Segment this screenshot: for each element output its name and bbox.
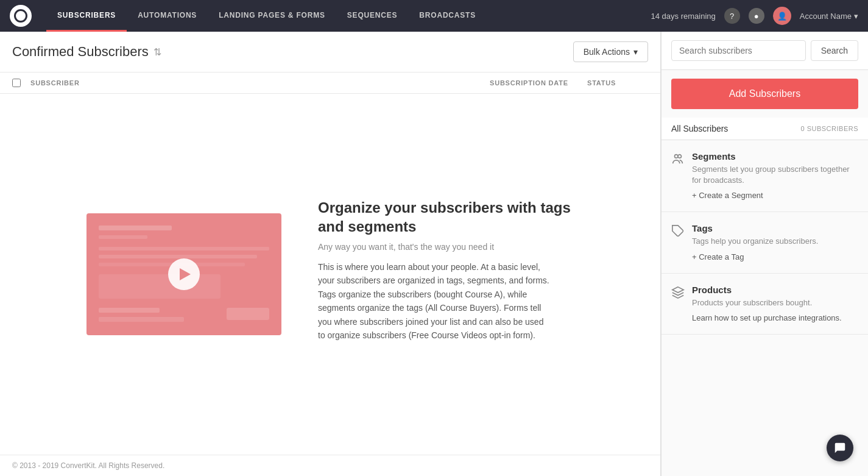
segments-icon (671, 152, 685, 169)
account-name: Account Name (800, 12, 852, 21)
sort-icon[interactable]: ⇅ (153, 46, 161, 58)
nav-right: 14 days remaining ? ● 👤 Account Name ▾ (651, 7, 859, 25)
bulk-actions-label: Bulk Actions (584, 47, 630, 57)
svg-rect-8 (227, 308, 269, 320)
all-subscribers-label: All Subscribers (671, 124, 728, 133)
nav-link-broadcasts[interactable]: BROADCASTS (408, 0, 487, 32)
all-subscribers-bar: All Subscribers 0 SUBSCRIBERS (662, 118, 868, 140)
svg-point-10 (678, 155, 682, 158)
products-icon (671, 286, 685, 302)
svg-rect-5 (99, 274, 221, 299)
page-title-area: Confirmed Subscribers ⇅ (12, 44, 566, 60)
tags-content: Tags Tags help you organize subscribers.… (692, 223, 818, 261)
search-button[interactable]: Search (811, 40, 858, 61)
purchase-integrations-link[interactable]: Learn how to set up purchase integration… (692, 313, 842, 322)
trial-text: 14 days remaining (651, 12, 716, 21)
chevron-down-icon: ▾ (633, 47, 638, 57)
empty-state: Organize your subscribers with tags and … (0, 94, 660, 455)
empty-state-text: Organize your subscribers with tags and … (318, 198, 574, 351)
account-menu[interactable]: Account Name ▾ (800, 12, 858, 21)
products-content: Products Products your subscribers bough… (692, 285, 842, 323)
select-all-checkbox[interactable] (12, 79, 21, 87)
col-header-date: SUBSCRIPTION DATE (490, 79, 587, 87)
nav-link-sequences[interactable]: SEQUENCES (336, 0, 409, 32)
nav-link-subscribers[interactable]: SUBSCRIBERS (46, 0, 127, 32)
notifications-icon[interactable]: ● (749, 8, 764, 24)
help-icon[interactable]: ? (724, 8, 740, 24)
video-thumbnail[interactable] (86, 213, 281, 335)
add-subscribers-button[interactable]: Add Subscribers (671, 79, 858, 109)
segments-description: Segments let you group subscribers toget… (692, 164, 858, 186)
tags-description: Tags help you organize subscribers. (692, 236, 818, 247)
table-header: SUBSCRIBER SUBSCRIPTION DATE STATUS (0, 73, 660, 94)
main-top-bar: Confirmed Subscribers ⇅ Bulk Actions ▾ (0, 32, 660, 73)
search-input[interactable] (671, 40, 806, 61)
products-section: Products Products your subscribers bough… (662, 274, 868, 335)
logo[interactable] (10, 5, 32, 27)
search-area: Search (662, 32, 868, 70)
svg-rect-1 (99, 235, 147, 239)
col-header-status: STATUS (587, 79, 648, 87)
nav-links: SUBSCRIBERS AUTOMATIONS LANDING PAGES & … (46, 0, 651, 32)
products-description: Products your subscribers bought. (692, 297, 842, 308)
nav-link-automations[interactable]: AUTOMATIONS (127, 0, 208, 32)
create-tag-link[interactable]: + Create a Tag (692, 252, 744, 261)
segments-section: Segments Segments let you group subscrib… (662, 140, 868, 212)
tags-title: Tags (692, 223, 818, 233)
nav-link-landing-pages[interactable]: LANDING PAGES & FORMS (208, 0, 336, 32)
page-layout: Confirmed Subscribers ⇅ Bulk Actions ▾ S… (0, 32, 868, 476)
svg-rect-6 (99, 308, 160, 313)
empty-state-inner: Organize your subscribers with tags and … (86, 198, 574, 351)
svg-rect-3 (99, 255, 257, 258)
svg-rect-2 (99, 247, 269, 250)
create-segment-link[interactable]: + Create a Segment (692, 191, 763, 200)
subscriber-count: 0 SUBSCRIBERS (800, 125, 858, 132)
chevron-down-icon: ▾ (854, 12, 858, 21)
page-footer: © 2013 - 2019 ConvertKit. All Rights Res… (0, 455, 660, 476)
svg-rect-7 (99, 317, 184, 322)
tags-icon (671, 224, 685, 241)
top-navigation: SUBSCRIBERS AUTOMATIONS LANDING PAGES & … (0, 0, 868, 32)
segments-content: Segments Segments let you group subscrib… (692, 151, 858, 201)
products-title: Products (692, 285, 842, 295)
avatar[interactable]: 👤 (773, 7, 791, 25)
segments-title: Segments (692, 151, 858, 162)
empty-state-description: This is where you learn about your peopl… (318, 260, 549, 342)
main-content: Confirmed Subscribers ⇅ Bulk Actions ▾ S… (0, 32, 661, 476)
chat-bubble[interactable] (827, 435, 853, 461)
footer-text: © 2013 - 2019 ConvertKit. All Rights Res… (12, 461, 164, 470)
empty-state-subheading: Any way you want it, that's the way you … (318, 242, 574, 252)
play-button[interactable] (168, 258, 200, 290)
empty-state-heading: Organize your subscribers with tags and … (318, 198, 574, 236)
col-header-subscriber: SUBSCRIBER (30, 79, 490, 87)
page-title: Confirmed Subscribers (12, 44, 149, 60)
svg-rect-0 (99, 226, 172, 230)
sidebar: Search Add Subscribers All Subscribers 0… (661, 32, 868, 476)
tags-section: Tags Tags help you organize subscribers.… (662, 212, 868, 273)
bulk-actions-button[interactable]: Bulk Actions ▾ (573, 41, 648, 62)
